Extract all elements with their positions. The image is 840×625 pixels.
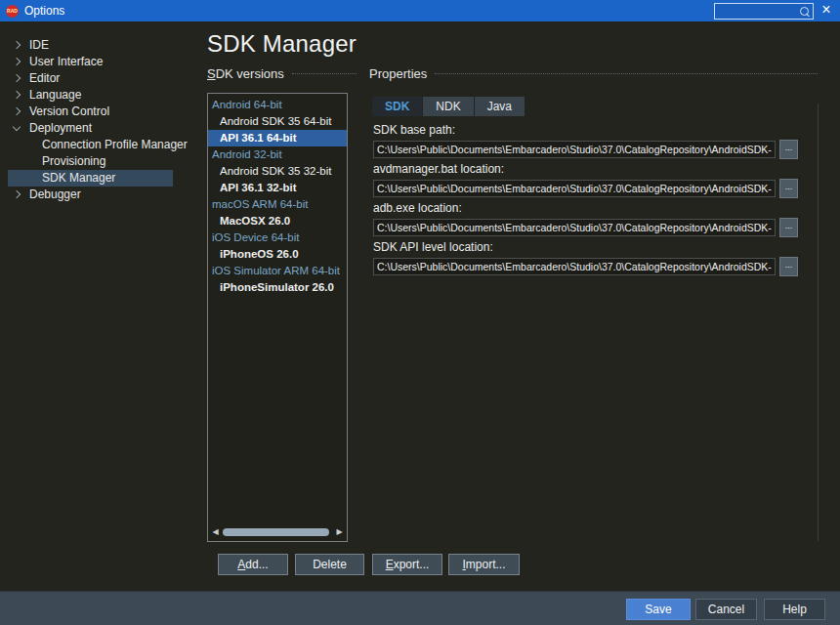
sdk-versions-group-header: SDK versions (207, 66, 357, 81)
sidebar-item-label: SDK Manager (0, 171, 115, 185)
properties-tab-bar: SDK NDK Java (372, 97, 525, 116)
tab-ndk[interactable]: NDK (423, 97, 473, 116)
scroll-left-icon[interactable]: ◀ (210, 526, 221, 538)
sidebar-item-debugger[interactable]: Debugger (0, 187, 195, 203)
sdk-versions-label: SDK versions (207, 66, 284, 81)
add-button[interactable]: Add... (218, 554, 288, 575)
list-item-selected[interactable]: API 36.1 64-bit (208, 130, 347, 146)
browse-button[interactable]: ... (779, 179, 798, 198)
avdmanager-location-field: avdmanager.bat location: ... (373, 162, 818, 198)
tab-sdk[interactable]: SDK (372, 97, 422, 116)
delete-button[interactable]: Delete (295, 554, 364, 575)
titlebar: RAD Options × (0, 0, 840, 21)
options-dialog: RAD Options × IDE User Interface Editor … (0, 0, 840, 625)
browse-button[interactable]: ... (779, 218, 798, 237)
sidebar-item-provisioning[interactable]: Provisioning (0, 153, 195, 170)
scrollbar-track[interactable] (221, 528, 334, 536)
dialog-footer: Save Cancel Help (0, 591, 840, 625)
sdk-tab-fields: SDK base path: ... avdmanager.bat locati… (373, 123, 818, 279)
search-icon (800, 7, 809, 16)
sidebar-item-sdk-manager[interactable]: SDK Manager (0, 170, 195, 187)
list-item[interactable]: Android SDK 35 32-bit (208, 163, 347, 180)
sidebar-item-user-interface[interactable]: User Interface (0, 54, 195, 70)
group-separator-line (435, 73, 818, 74)
properties-group-header: Properties (369, 66, 818, 81)
sidebar-item-label: Editor (0, 71, 60, 85)
sidebar-item-language[interactable]: Language (0, 87, 195, 104)
avdmanager-location-input[interactable] (373, 180, 776, 197)
list-item[interactable]: iOS Simulator ARM 64-bit (208, 263, 347, 279)
field-label: SDK base path: (373, 123, 818, 138)
scroll-right-icon[interactable]: ▶ (334, 526, 345, 538)
save-button[interactable]: Save (626, 599, 691, 620)
sdk-api-level-location-input[interactable] (373, 258, 776, 275)
sidebar-item-label: Provisioning (0, 154, 105, 168)
properties-panel-border (818, 104, 819, 541)
sdk-manager-page: SDK Manager SDK versions Properties Andr… (195, 21, 840, 591)
tab-java[interactable]: Java (475, 97, 525, 116)
sdk-base-path-field: SDK base path: ... (373, 123, 818, 159)
export-button[interactable]: Export... (372, 554, 442, 575)
list-item[interactable]: iOS Device 64-bit (208, 229, 347, 246)
rad-icon-text: RAD (7, 8, 18, 14)
list-item[interactable]: MacOSX 26.0 (208, 213, 347, 229)
cancel-button[interactable]: Cancel (695, 599, 757, 620)
list-item[interactable]: API 36.1 32-bit (208, 180, 347, 196)
field-label: avdmanager.bat location: (373, 162, 818, 177)
list-item[interactable]: iPhoneOS 26.0 (208, 246, 347, 263)
titlebar-search-box[interactable] (714, 3, 814, 20)
close-icon[interactable]: × (818, 0, 835, 21)
sdk-api-level-location-field: SDK API level location: ... (373, 240, 818, 276)
adb-location-input[interactable] (373, 219, 776, 236)
search-input[interactable] (715, 6, 800, 18)
sidebar-item-label: Connection Profile Manager (0, 138, 188, 151)
browse-button[interactable]: ... (779, 257, 798, 276)
sidebar-item-connection-profile-manager[interactable]: Connection Profile Manager (0, 137, 195, 153)
browse-button[interactable]: ... (779, 140, 798, 159)
sdk-base-path-input[interactable] (373, 141, 776, 158)
sidebar-item-label: IDE (0, 38, 49, 52)
list-item[interactable]: macOS ARM 64-bit (208, 196, 347, 213)
rad-studio-icon: RAD (6, 5, 19, 18)
horizontal-scrollbar[interactable]: ◀ ▶ (210, 526, 345, 538)
sdk-versions-rows: Android 64-bit Android SDK 35 64-bit API… (208, 94, 347, 296)
list-item[interactable]: iPhoneSimulator 26.0 (208, 279, 347, 296)
sidebar-item-deployment[interactable]: Deployment (0, 120, 195, 137)
sdk-versions-list[interactable]: Android 64-bit Android SDK 35 64-bit API… (207, 93, 348, 542)
page-title: SDK Manager (207, 30, 357, 58)
options-category-tree: IDE User Interface Editor Language Versi… (0, 37, 195, 203)
list-item[interactable]: Android SDK 35 64-bit (208, 113, 347, 130)
sidebar-item-version-control[interactable]: Version Control (0, 104, 195, 120)
import-button[interactable]: Import... (448, 554, 520, 575)
list-item[interactable]: Android 32-bit (208, 146, 347, 163)
adb-location-field: adb.exe location: ... (373, 201, 818, 237)
field-label: SDK API level location: (373, 240, 818, 255)
window-title: Options (24, 4, 64, 18)
sidebar-item-ide[interactable]: IDE (0, 37, 195, 54)
list-item[interactable]: Android 64-bit (208, 97, 347, 113)
scrollbar-thumb[interactable] (223, 528, 329, 536)
sidebar-item-editor[interactable]: Editor (0, 70, 195, 87)
help-button[interactable]: Help (764, 599, 825, 620)
field-label: adb.exe location: (373, 201, 818, 216)
properties-label: Properties (369, 66, 427, 81)
group-separator-line (292, 73, 357, 74)
